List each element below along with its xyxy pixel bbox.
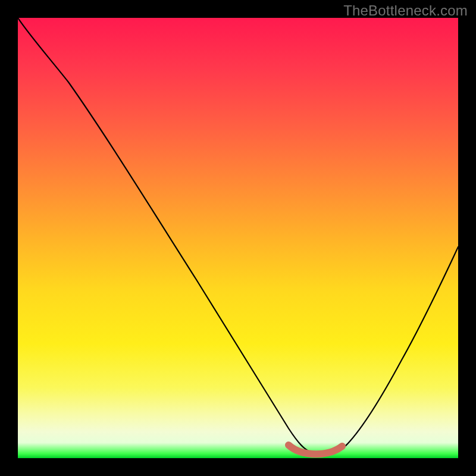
watermark-label: TheBottleneck.com (343, 2, 468, 19)
plot-area (18, 18, 458, 458)
optimal-zone-marker (289, 445, 342, 454)
bottleneck-curve (18, 18, 458, 454)
plot-svg (18, 18, 458, 458)
chart-container: TheBottleneck.com (0, 0, 476, 476)
